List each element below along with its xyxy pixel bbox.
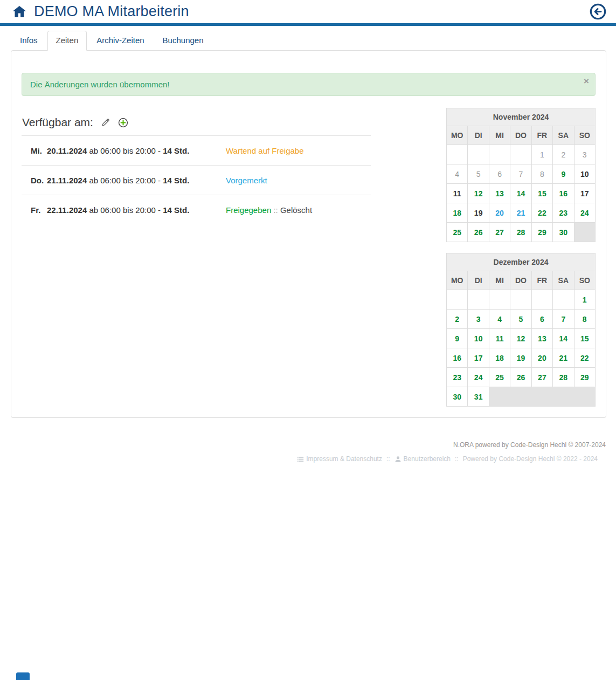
availability-section: Verfügbar am:	[22, 108, 371, 224]
calendar-day: 2	[553, 145, 574, 164]
home-icon	[12, 4, 27, 19]
calendar-day[interactable]: 26	[510, 368, 531, 387]
calendar-column: November 2024MODIMIDOFRSASO1234567891011…	[446, 108, 596, 417]
calendar-month-title: November 2024	[447, 108, 596, 126]
calendar-day[interactable]: 20	[489, 203, 510, 223]
calendar-day[interactable]: 5	[510, 310, 531, 329]
add-button[interactable]	[118, 118, 128, 128]
calendar-day[interactable]: 14	[553, 329, 574, 348]
calendar-day[interactable]: 25	[447, 223, 468, 242]
calendar-empty-cell	[510, 145, 531, 164]
weekday-header: DO	[510, 126, 531, 145]
calendar-day[interactable]: 18	[489, 348, 510, 368]
tab-infos[interactable]: Infos	[11, 31, 46, 50]
calendar-day: 4	[447, 164, 468, 184]
calendar-day[interactable]: 15	[574, 329, 595, 348]
plus-circle-icon	[118, 118, 128, 128]
calendar-day[interactable]: 23	[553, 203, 574, 223]
weekday-header: DI	[468, 271, 489, 290]
pencil-icon	[101, 118, 110, 127]
cookie-settings-button-fragment[interactable]	[16, 672, 30, 680]
calendar-day[interactable]: 6	[531, 310, 552, 329]
calendar-day[interactable]: 27	[489, 223, 510, 242]
entry-status: Wartend auf Freigabe	[226, 146, 304, 155]
weekday-header: SA	[553, 271, 574, 290]
content-row: Verfügbar am:	[22, 108, 596, 417]
calendar-day[interactable]: 27	[531, 368, 552, 387]
footer-link-benutzerbereich[interactable]: Benutzerbereich	[404, 455, 451, 463]
calendar-empty-cell	[553, 290, 574, 310]
availability-row: Fr.22.11.2024 ab 06:00 bis 20:00 - 14 St…	[22, 195, 371, 224]
calendar-day[interactable]: 15	[531, 184, 552, 203]
back-button[interactable]	[590, 3, 606, 20]
calendar-day[interactable]: 9	[553, 164, 574, 184]
calendar-day[interactable]: 1	[574, 290, 595, 310]
calendar-day[interactable]: 11	[447, 184, 468, 203]
weekday-header: MO	[447, 271, 468, 290]
calendar-day[interactable]: 13	[489, 184, 510, 203]
calendar-day[interactable]: 29	[531, 223, 552, 242]
weekday-header: DO	[510, 271, 531, 290]
calendar-day[interactable]: 9	[447, 329, 468, 348]
tab-archiv-zeiten[interactable]: Archiv-Zeiten	[88, 31, 153, 50]
weekday-header: SO	[574, 126, 595, 145]
footer-powered-by: Powered by Code-Design Hechl © 2022 - 20…	[463, 455, 598, 463]
calendar-day[interactable]: 24	[468, 368, 489, 387]
calendar-day[interactable]: 31	[468, 387, 489, 407]
calendar-day[interactable]: 12	[468, 184, 489, 203]
calendar-day[interactable]: 11	[489, 329, 510, 348]
availability-row: Mi.20.11.2024 ab 06:00 bis 20:00 - 14 St…	[22, 136, 371, 166]
calendar-day[interactable]: 22	[574, 348, 595, 368]
entry-datetime: Do.21.11.2024 ab 06:00 bis 20:00 - 14 St…	[31, 176, 226, 185]
success-alert: Die Änderungen wurden übernommen! ×	[22, 73, 596, 96]
weekday-header: FR	[531, 271, 552, 290]
calendar-day[interactable]: 14	[510, 184, 531, 203]
calendar-day[interactable]: 19	[468, 203, 489, 223]
calendar-day[interactable]: 13	[531, 329, 552, 348]
calendar-day[interactable]: 19	[510, 348, 531, 368]
footer-links-row: Impressum & Datenschutz :: Benutzerberei…	[11, 455, 606, 463]
calendar-day[interactable]: 24	[574, 203, 595, 223]
calendar-day[interactable]: 3	[468, 310, 489, 329]
footer-link-impressum[interactable]: Impressum & Datenschutz	[306, 455, 382, 463]
calendar-day[interactable]: 25	[489, 368, 510, 387]
calendar-day[interactable]: 20	[531, 348, 552, 368]
tab-zeiten[interactable]: Zeiten	[47, 31, 87, 51]
calendar-day[interactable]: 21	[553, 348, 574, 368]
calendar-day[interactable]: 7	[553, 310, 574, 329]
calendar-dezember-2024: Dezember 2024MODIMIDOFRSASO1234567891011…	[446, 253, 596, 407]
calendar-day[interactable]: 29	[574, 368, 595, 387]
top-bar: DEMO MA Mitarbeiterin	[0, 0, 616, 23]
calendar-day[interactable]: 28	[510, 223, 531, 242]
calendar-day[interactable]: 10	[468, 329, 489, 348]
calendar-day[interactable]: 28	[553, 368, 574, 387]
calendar-empty-cell	[489, 145, 510, 164]
calendar-day[interactable]: 17	[574, 184, 595, 203]
tab-buchungen[interactable]: Buchungen	[154, 31, 212, 50]
calendar-day[interactable]: 16	[553, 184, 574, 203]
calendar-day[interactable]: 17	[468, 348, 489, 368]
calendar-empty-cell	[447, 145, 468, 164]
alert-close-icon[interactable]: ×	[584, 77, 589, 86]
calendar-day[interactable]: 30	[447, 387, 468, 407]
calendar-day[interactable]: 16	[447, 348, 468, 368]
calendar-day[interactable]: 10	[574, 164, 595, 184]
calendar-day[interactable]: 2	[447, 310, 468, 329]
footer-separator: ::	[455, 455, 459, 463]
calendar-day[interactable]: 23	[447, 368, 468, 387]
calendar-day[interactable]: 21	[510, 203, 531, 223]
calendar-day[interactable]: 8	[574, 310, 595, 329]
calendar-day[interactable]: 30	[553, 223, 574, 242]
back-arrow-icon	[590, 3, 606, 20]
calendar-empty-cell	[468, 290, 489, 310]
calendar-day[interactable]: 18	[447, 203, 468, 223]
calendar-empty-cell	[447, 290, 468, 310]
calendar-day[interactable]: 12	[510, 329, 531, 348]
calendar-day[interactable]: 22	[531, 203, 552, 223]
calendar-day[interactable]: 26	[468, 223, 489, 242]
availability-row: Do.21.11.2024 ab 06:00 bis 20:00 - 14 St…	[22, 166, 371, 195]
edit-button[interactable]	[101, 118, 110, 127]
weekday-header: DI	[468, 126, 489, 145]
calendar-day[interactable]: 4	[489, 310, 510, 329]
home-button[interactable]	[12, 4, 27, 19]
